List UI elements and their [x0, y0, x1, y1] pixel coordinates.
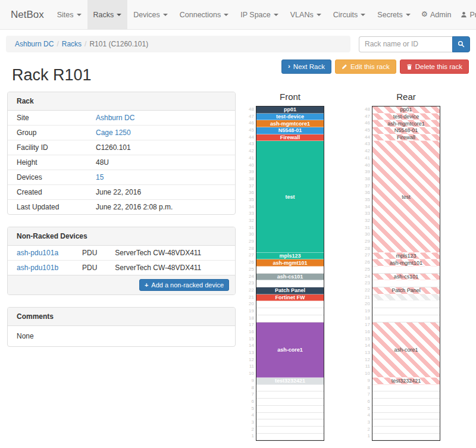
rack-device-rear[interactable]: ash-mgmtcore1	[372, 120, 440, 127]
nav-item-sites[interactable]: Sites	[51, 0, 87, 29]
rack-unit-number: 15	[362, 336, 372, 343]
rack-device-rear[interactable]: N5548-01	[372, 127, 440, 134]
rack-unit-number: 10	[362, 370, 372, 377]
rack-unit-number: 5	[246, 405, 256, 412]
rack-device-rear[interactable]: ash-mgmt101	[372, 259, 440, 267]
rack-device-front[interactable]: test-device	[256, 114, 324, 121]
device-model-cell: ServerTech CW-48VDX411	[106, 246, 235, 261]
rack-device-rear[interactable]: Patch Panel	[372, 287, 440, 295]
breadcrumb-item[interactable]: Racks	[62, 40, 82, 48]
rack-device-front[interactable]: Firewall	[256, 134, 324, 142]
nav-item-admin[interactable]: ⚙Admin	[416, 0, 456, 29]
rack-device-rear[interactable]: ash-cs101	[372, 274, 440, 281]
nav-item-racks[interactable]: Racks	[87, 0, 128, 29]
breadcrumb-item[interactable]: Ashburn DC	[15, 40, 54, 48]
attribute-value-link[interactable]: Cage 1250	[96, 129, 131, 137]
rack-device-rear[interactable]: test	[372, 141, 440, 252]
nav-item-circuits[interactable]: Circuits	[327, 0, 372, 29]
rack-unit-number: 41	[362, 155, 372, 162]
rack-unit-number: 29	[246, 238, 256, 245]
rack-unit-number: 28	[362, 245, 372, 252]
rack-device-front[interactable]: mpls123	[256, 253, 324, 260]
rack-device-front[interactable]: ash-mgmt101	[256, 259, 324, 267]
comments-panel-title: Comments	[8, 308, 235, 326]
pencil-icon	[342, 64, 347, 70]
rack-device-front[interactable]: test3232421	[256, 378, 324, 385]
attribute-label: Created	[8, 185, 87, 200]
rack-device-rear[interactable]: Firewall	[372, 134, 440, 142]
attribute-value-link[interactable]: 15	[96, 173, 104, 181]
delete-rack-button[interactable]: Delete this rack	[400, 59, 469, 74]
rack-device-front[interactable]: ash-mgmtcore1	[256, 120, 324, 127]
rack-unit-number: 37	[246, 183, 256, 190]
nav-item-profile[interactable]: Profile	[456, 0, 476, 29]
comments-panel: Comments None	[7, 307, 236, 347]
edit-rack-button[interactable]: Edit this rack	[335, 59, 396, 74]
rack-device-rear[interactable]: test3232421	[372, 378, 440, 385]
rack-unit-number: 37	[362, 183, 372, 190]
search-button[interactable]	[452, 36, 470, 52]
rack-unit-number: 27	[246, 252, 256, 259]
rack-unit-empty	[372, 301, 440, 308]
rack-device-front[interactable]: Patch Panel	[256, 287, 324, 295]
device-link[interactable]: ash-pdu101b	[17, 264, 58, 272]
topbar: Ashburn DC/Racks/R101 (C1260.101)	[6, 36, 470, 52]
add-non-racked-device-button[interactable]: +Add a non-racked device	[139, 279, 229, 291]
rack-unit-number: 4	[362, 412, 372, 419]
non-racked-device-row: ash-pdu101bPDUServerTech CW-48VDX411	[8, 261, 235, 275]
rack-unit-number: 20	[362, 300, 372, 308]
rack-device-front[interactable]: ash-core1	[256, 322, 324, 378]
rack-unit-number: 17	[362, 321, 372, 328]
brand-link[interactable]: NetBox	[4, 0, 51, 29]
rack-unit-number: 2	[362, 426, 372, 433]
rack-unit-number: 22	[362, 287, 372, 294]
rack-device-rear[interactable]: mpls123	[372, 253, 440, 260]
rack-unit-empty	[372, 406, 440, 413]
rack-unit-number: 31	[246, 224, 256, 231]
rack-device-rear[interactable]: test-device	[372, 114, 440, 121]
next-rack-button[interactable]: ›Next Rack	[281, 59, 331, 74]
rack-device-front[interactable]: ash-cs101	[256, 274, 324, 281]
rack-unit-number: 41	[246, 155, 256, 162]
rack-unit-number: 11	[362, 363, 372, 370]
rack-unit-number: 8	[362, 384, 372, 391]
nav-item-devices[interactable]: Devices	[127, 0, 173, 29]
rack-unit-number: 38	[362, 176, 372, 183]
rack-device-front[interactable]: N5548-01	[256, 127, 324, 134]
rack-unit-number: 4	[246, 412, 256, 419]
rack-unit-number: 15	[246, 336, 256, 343]
rack-unit-number: 22	[246, 287, 256, 294]
non-racked-devices-panel: Non-Racked Devices ash-pdu101aPDUServerT…	[7, 227, 236, 295]
rack-search-form	[359, 36, 470, 52]
rack-device-front[interactable]: test	[256, 141, 324, 252]
breadcrumb-separator: /	[82, 40, 89, 48]
rack-device-front[interactable]: Fortinet FW	[256, 295, 324, 302]
rack-attributes-table: SiteAshburn DCGroupCage 1250Facility IDC…	[8, 111, 235, 214]
rack-device-front[interactable]: pp01	[256, 106, 324, 114]
nav-item-secrets[interactable]: Secrets	[371, 0, 416, 29]
rack-unit-number: 6	[246, 398, 256, 405]
search-input[interactable]	[359, 36, 452, 52]
rack-unit-number: 14	[362, 342, 372, 349]
rack-device-rear[interactable]: pp01	[372, 106, 440, 114]
rack-unit-number: 1	[246, 433, 256, 440]
attribute-value-link[interactable]: Ashburn DC	[96, 114, 134, 122]
nav-item-connections[interactable]: Connections	[174, 0, 235, 29]
rack-device-rear[interactable]: ash-core1	[372, 322, 440, 378]
navbar: NetBox SitesRacksDevicesConnectionsIP Sp…	[0, 0, 476, 30]
nav-menu: SitesRacksDevicesConnectionsIP SpaceVLAN…	[51, 0, 416, 29]
device-name-cell: ash-pdu101a	[8, 246, 73, 261]
nav-item-vlans[interactable]: VLANs	[284, 0, 327, 29]
rack-unit-number: 32	[246, 217, 256, 224]
rack-unit-number: 8	[246, 384, 256, 391]
device-link[interactable]: ash-pdu101a	[17, 249, 58, 257]
rear-elevation-title: Rear	[372, 92, 440, 102]
rack-unit-number: 11	[246, 363, 256, 370]
plus-icon: +	[145, 282, 148, 289]
action-buttons: ›Next Rack Edit this rack Delete this ra…	[278, 59, 469, 74]
nav-item-ip-space[interactable]: IP Space	[234, 0, 284, 29]
rack-unit-empty	[372, 419, 440, 427]
attribute-value: C1260.101	[87, 140, 235, 155]
chevron-down-icon	[317, 14, 321, 16]
rack-unit-number: 43	[362, 140, 372, 148]
